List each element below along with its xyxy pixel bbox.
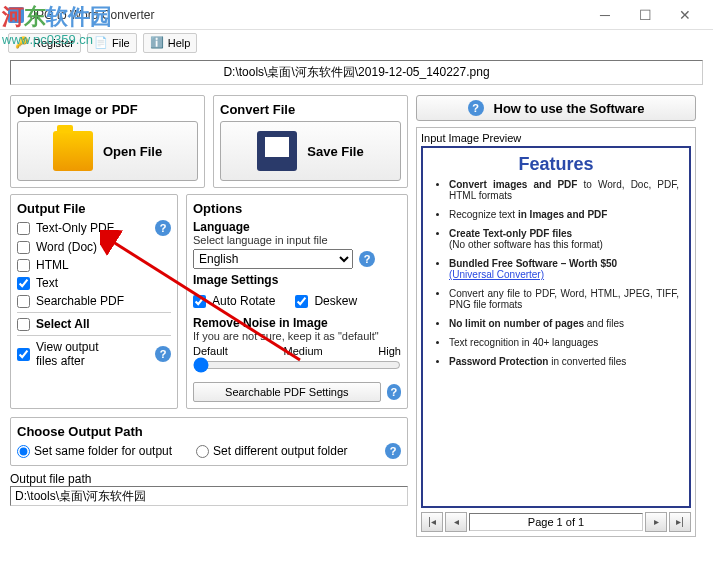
save-icon xyxy=(257,131,297,171)
checkbox-text-only-pdf[interactable]: Text-Only PDF? xyxy=(17,220,171,236)
checkbox-view-output[interactable]: View output files after? xyxy=(17,340,171,368)
checkbox-searchable-pdf[interactable]: Searchable PDF xyxy=(17,294,171,308)
output-file-title: Output File xyxy=(17,201,171,216)
checkbox-html[interactable]: HTML xyxy=(17,258,171,272)
output-path-label: Output file path xyxy=(10,472,408,486)
open-file-button[interactable]: Open File xyxy=(17,121,198,181)
maximize-button[interactable]: ☐ xyxy=(625,1,665,29)
radio-different-folder[interactable]: Set different output folder xyxy=(196,444,348,458)
checkbox-select-all[interactable]: Select All xyxy=(17,317,171,331)
key-icon: 🔑 xyxy=(15,36,29,50)
choose-output-title: Choose Output Path xyxy=(17,424,401,439)
options-title: Options xyxy=(193,201,401,216)
universal-converter-link[interactable]: (Universal Converter) xyxy=(449,269,544,280)
file-icon: 📄 xyxy=(94,36,108,50)
save-file-button[interactable]: Save File xyxy=(220,121,401,181)
output-path-input[interactable] xyxy=(10,486,408,506)
menubar: 🔑Register 📄File ℹ️Help xyxy=(0,30,713,56)
language-label: Language xyxy=(193,220,401,234)
preview-label: Input Image Preview xyxy=(421,132,691,144)
info-icon: ℹ️ xyxy=(150,36,164,50)
checkbox-deskew[interactable]: Deskew xyxy=(295,294,357,308)
checkbox-word[interactable]: Word (Doc) xyxy=(17,240,171,254)
menu-register[interactable]: 🔑Register xyxy=(8,33,81,53)
minimize-button[interactable]: ─ xyxy=(585,1,625,29)
language-select[interactable]: English xyxy=(193,249,353,269)
current-file-path: D:\tools\桌面\河东软件园\2019-12-05_140227.png xyxy=(10,60,703,85)
preview-panel: Input Image Preview Features Convert ima… xyxy=(416,127,696,537)
checkbox-auto-rotate[interactable]: Auto Rotate xyxy=(193,294,275,308)
searchable-pdf-settings-button[interactable]: Searchable PDF Settings xyxy=(193,382,381,402)
noise-label: Remove Noise in Image xyxy=(193,316,401,330)
menu-help[interactable]: ℹ️Help xyxy=(143,33,198,53)
menu-file[interactable]: 📄File xyxy=(87,33,137,53)
page-first-button[interactable]: |◂ xyxy=(421,512,443,532)
help-icon[interactable]: ? xyxy=(155,346,171,362)
page-next-button[interactable]: ▸ xyxy=(645,512,667,532)
convert-group-title: Convert File xyxy=(220,102,401,117)
close-button[interactable]: ✕ xyxy=(665,1,705,29)
help-icon[interactable]: ? xyxy=(385,443,401,459)
preview-content: Features Convert images and PDF to Word,… xyxy=(421,146,691,508)
titlebar: JPG to Word Converter ─ ☐ ✕ xyxy=(0,0,713,30)
how-to-use-button[interactable]: ? How to use the Software xyxy=(416,95,696,121)
folder-open-icon xyxy=(53,131,93,171)
window-title: JPG to Word Converter xyxy=(30,8,585,22)
noise-slider[interactable] xyxy=(193,357,401,373)
app-icon xyxy=(8,7,24,23)
path-bar: D:\tools\桌面\河东软件园\2019-12-05_140227.png xyxy=(10,60,703,85)
help-icon: ? xyxy=(468,100,484,116)
page-indicator: Page 1 of 1 xyxy=(469,513,643,531)
help-icon[interactable]: ? xyxy=(155,220,171,236)
page-prev-button[interactable]: ◂ xyxy=(445,512,467,532)
radio-same-folder[interactable]: Set same folder for output xyxy=(17,444,172,458)
open-group-title: Open Image or PDF xyxy=(17,102,198,117)
help-icon[interactable]: ? xyxy=(359,251,375,267)
image-settings-label: Image Settings xyxy=(193,273,401,287)
page-last-button[interactable]: ▸| xyxy=(669,512,691,532)
checkbox-text[interactable]: Text xyxy=(17,276,171,290)
help-icon[interactable]: ? xyxy=(387,384,401,400)
